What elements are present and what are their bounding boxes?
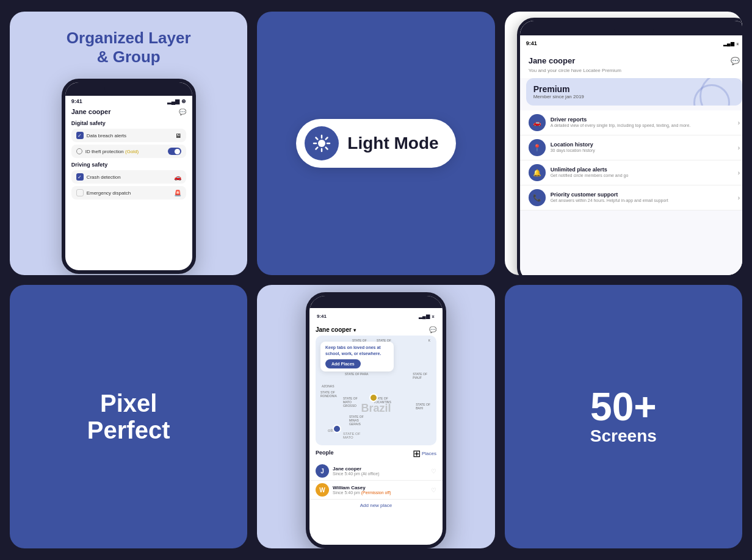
map-tooltip-text: Keep tabs on loved ones at school, work,… (325, 345, 389, 357)
place-alerts-icon: 🔔 (529, 164, 546, 181)
state-label-para: STATE OF PARA (345, 372, 368, 376)
emergency-dispatch-item: Emergency dispatch 🚨 (71, 186, 186, 199)
phone-header: Jane cooper 💬 (71, 108, 186, 115)
card-premium: 9:41 ▂▄▆ ⌅ Jane cooper 💬 You and your ci… (505, 12, 742, 275)
jane-avatar: J (316, 464, 329, 478)
location-history-desc: 30 days location history (551, 148, 733, 153)
feature-driver-reports[interactable]: 🚗 Driver reports A detailed view of ever… (520, 110, 742, 135)
crash-text: Crash detection (87, 174, 121, 180)
places-link[interactable]: ⊞ Places (413, 448, 436, 459)
premium-badge-card: Premium Member since jan 2019 (526, 78, 742, 106)
feature-place-alerts[interactable]: 🔔 Unlimited place alerts Get notified ci… (520, 160, 742, 185)
premium-status-bar: 9:41 ▂▄▆ ⌅ (520, 35, 742, 51)
heart-icon-jane[interactable]: ♡ (431, 468, 436, 475)
message-icon[interactable]: 💬 (179, 109, 186, 115)
card-map: 9:41 ▂▄▆ ⌅ Jane cooper ▾ 💬 STATE OF STAT… (257, 285, 494, 548)
feature-location-history[interactable]: 📍 Location history 30 days location hist… (520, 135, 742, 160)
add-places-button[interactable]: Add Places (325, 359, 361, 369)
svg-point-0 (318, 140, 325, 147)
driver-reports-icon: 🚗 (529, 114, 546, 131)
william-status: Since 5:40 pm (Permission off) (333, 490, 427, 495)
premium-time: 9:41 (526, 40, 537, 46)
map-status-bar: 9:41 ▂▄▆ ⌅ (309, 308, 443, 324)
main-grid: Organized Layer & Group 9:41 ▂▄▆ ⊛ Jane … (10, 12, 742, 548)
monitor-icon: 🖥 (175, 132, 181, 139)
william-name: William Casey (333, 485, 427, 490)
crash-checkbox[interactable]: ✓ (76, 173, 84, 181)
light-mode-label: Light Mode (347, 134, 438, 153)
person-row-jane[interactable]: J Jane cooper Since 5:40 pm (At office) … (309, 462, 443, 481)
map-tooltip: Keep tabs on loved ones at school, work,… (320, 342, 394, 372)
map-bottom-toolbar: People ⊞ Places (309, 445, 443, 462)
map-avatar-1 (369, 393, 378, 402)
customer-support-icon: 📞 (529, 189, 546, 206)
location-history-title: Location history (551, 142, 733, 148)
premium-message-icon[interactable]: 💬 (731, 57, 740, 65)
screens-count: 50+ (590, 387, 657, 426)
place-alerts-text: Unlimited place alerts Get notified circ… (551, 167, 733, 178)
state-label-mato-grosso: STATE OFMATOGROSSO (343, 397, 358, 407)
map-avatar-2 (333, 425, 341, 433)
map-time: 9:41 (317, 314, 327, 319)
premium-signal: ▂▄▆ ⌅ (723, 41, 740, 46)
premium-notch (614, 24, 654, 35)
location-history-text: Location history 30 days location histor… (551, 142, 733, 153)
map-signal: ▂▄▆ ⌅ (419, 314, 435, 319)
driver-reports-desc: A detailed view of every single trip, in… (551, 123, 733, 128)
premium-username: Jane cooper (529, 56, 576, 65)
william-info: William Casey Since 5:40 pm (Permission … (333, 485, 427, 495)
state-label-piauf: STATE OFPIAUF (413, 372, 427, 379)
phone-content: Jane cooper 💬 Digital safety ✓ Data brea… (65, 104, 192, 206)
phone-mockup-left: 9:41 ▂▄▆ ⊛ Jane cooper 💬 Digital safety … (62, 79, 196, 274)
map-notch (355, 296, 397, 306)
william-avatar: W (316, 483, 329, 497)
light-mode-icon (305, 126, 339, 160)
add-new-place-button[interactable]: Add new place (309, 500, 443, 511)
feature-customer-support[interactable]: 📞 Priority customer support Get answers … (520, 185, 742, 210)
people-label: People (316, 450, 334, 456)
premium-phone: 9:41 ▂▄▆ ⌅ Jane cooper 💬 You and your ci… (517, 18, 742, 275)
light-mode-pill[interactable]: Light Mode (296, 119, 455, 168)
driving-safety-label: Driving safety (71, 162, 186, 168)
pixel-perfect-title: Pixel Perfect (87, 390, 170, 443)
organized-layer-title: Organized Layer & Group (24, 29, 233, 66)
premium-header: Jane cooper 💬 (520, 51, 742, 68)
id-theft-item: ID theft protection (Gold) (71, 145, 186, 158)
person-row-william[interactable]: W William Casey Since 5:40 pm (Permissio… (309, 481, 443, 500)
state-label-3: K (428, 339, 430, 342)
state-label-bahi: STATE OFBAHI (416, 403, 430, 410)
location-history-icon: 📍 (529, 139, 546, 156)
screens-label: Screens (590, 426, 657, 446)
places-grid-icon: ⊞ (413, 448, 421, 459)
card-screens-count: 50+ Screens (505, 285, 742, 548)
driver-reports-title: Driver reports (551, 117, 733, 123)
card-light-mode: Light Mode (257, 12, 494, 275)
phone-notch (104, 82, 153, 96)
phone-signal: ▂▄▆ ⊛ (167, 98, 186, 104)
customer-support-title: Priority customer support (551, 192, 733, 198)
card-organized-layer: Organized Layer & Group 9:41 ▂▄▆ ⊛ Jane … (10, 12, 247, 275)
data-breach-item: ✓ Data breach alerts 🖥 (71, 129, 186, 142)
phone-username: Jane cooper (71, 108, 111, 115)
car-icon: 🚗 (174, 174, 181, 181)
toggle-switch[interactable] (168, 148, 181, 155)
places-link-text: Places (422, 451, 436, 456)
data-breach-text: Data breach alerts (87, 133, 126, 138)
phone-status-bar: 9:41 ▂▄▆ ⊛ (65, 96, 192, 104)
map-header: Jane cooper ▾ 💬 (309, 324, 443, 336)
state-label-azonas: AZONAS (322, 384, 334, 388)
checkbox-checked[interactable]: ✓ (76, 132, 84, 139)
permission-off-label: (Permission off) (361, 490, 391, 495)
premium-subtitle: You and your circle have Locatee Premium (520, 68, 742, 78)
place-alerts-title: Unlimited place alerts (551, 167, 733, 173)
svg-line-8 (316, 148, 318, 149)
map-message-icon[interactable]: 💬 (429, 326, 436, 333)
heart-icon-william[interactable]: ♡ (431, 487, 436, 494)
id-theft-text: ID theft protection (Gold) (85, 149, 139, 154)
place-alerts-desc: Get notified circle members come and go (551, 173, 733, 178)
state-label-minas: STATE OFMINASGERAIS (349, 415, 364, 426)
emergency-checkbox[interactable] (76, 189, 84, 196)
fingerprint-icon (76, 148, 82, 154)
premium-inner: 9:41 ▂▄▆ ⌅ Jane cooper 💬 You and your ci… (505, 12, 742, 275)
crash-detection-item: ✓ Crash detection 🚗 (71, 170, 186, 184)
